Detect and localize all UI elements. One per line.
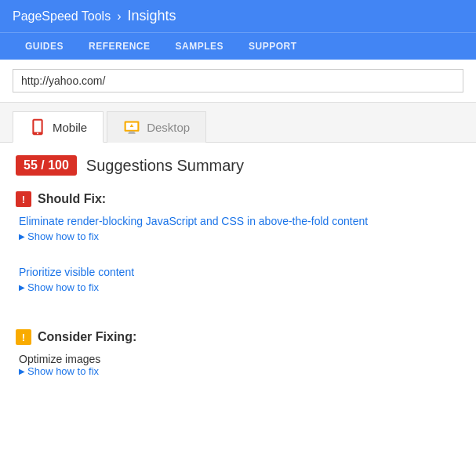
tab-desktop-label: Desktop bbox=[147, 121, 190, 134]
nav-item-reference[interactable]: REFERENCE bbox=[76, 33, 163, 60]
should-fix-title: Should Fix: bbox=[38, 192, 106, 206]
nav-item-guides[interactable]: GUIDES bbox=[13, 33, 76, 60]
show-how-fix-3[interactable]: ▶ Show how to fix bbox=[19, 365, 460, 377]
url-input[interactable] bbox=[13, 69, 463, 93]
app-header: PageSpeed Tools › Insights bbox=[0, 0, 476, 32]
arrow-icon-3: ▶ bbox=[19, 367, 25, 375]
svg-rect-1 bbox=[34, 121, 41, 132]
nav-item-samples[interactable]: SAMPLES bbox=[163, 33, 237, 60]
tab-bar: Mobile ! Desktop bbox=[0, 103, 476, 143]
nav-item-support[interactable]: SUPPORT bbox=[236, 33, 310, 60]
score-section: 55 / 100 Suggestions Summary bbox=[16, 155, 460, 176]
show-how-fix-1[interactable]: ▶ Show how to fix bbox=[19, 230, 460, 242]
score-label: Suggestions Summary bbox=[86, 157, 244, 175]
show-how-label-2: Show how to fix bbox=[27, 281, 99, 293]
page-title: Insights bbox=[127, 8, 176, 24]
consider-fixing-item-1: Optimize images ▶ Show how to fix bbox=[16, 353, 460, 377]
url-bar-container bbox=[0, 60, 476, 103]
show-how-label-3: Show how to fix bbox=[27, 365, 99, 377]
main-content: 55 / 100 Suggestions Summary ! Should Fi… bbox=[0, 143, 476, 401]
should-fix-item-2: Prioritize visible content ▶ Show how to… bbox=[16, 266, 460, 293]
svg-text:!: ! bbox=[132, 124, 133, 127]
score-badge: 55 / 100 bbox=[16, 155, 77, 176]
svg-rect-6 bbox=[129, 132, 136, 133]
consider-fixing-title: Consider Fixing: bbox=[38, 330, 136, 344]
tab-mobile-label: Mobile bbox=[53, 121, 87, 134]
tab-desktop[interactable]: ! Desktop bbox=[107, 111, 206, 143]
optimize-images-text: Optimize images bbox=[19, 353, 100, 365]
arrow-icon-1: ▶ bbox=[19, 232, 25, 241]
arrow-icon-2: ▶ bbox=[19, 283, 25, 292]
consider-fixing-header: ! Consider Fixing: bbox=[16, 329, 460, 345]
divider-1 bbox=[16, 253, 460, 266]
show-how-label-1: Show how to fix bbox=[27, 230, 99, 242]
consider-fixing-icon: ! bbox=[16, 329, 31, 345]
prioritize-visible-link[interactable]: Prioritize visible content bbox=[19, 266, 460, 278]
should-fix-item-1: Eliminate render-blocking JavaScript and… bbox=[16, 215, 460, 242]
eliminate-render-blocking-link[interactable]: Eliminate render-blocking JavaScript and… bbox=[19, 215, 460, 227]
breadcrumb-chevron: › bbox=[117, 9, 121, 24]
divider-2 bbox=[16, 304, 460, 317]
should-fix-icon: ! bbox=[16, 191, 31, 207]
should-fix-header: ! Should Fix: bbox=[16, 191, 460, 207]
divider-3 bbox=[16, 317, 460, 329]
nav-bar: GUIDES REFERENCE SAMPLES SUPPORT bbox=[0, 32, 476, 60]
brand-name[interactable]: PageSpeed Tools bbox=[13, 9, 111, 24]
mobile-icon bbox=[29, 118, 46, 136]
tab-mobile[interactable]: Mobile bbox=[13, 111, 104, 143]
svg-rect-5 bbox=[129, 131, 135, 132]
svg-point-2 bbox=[37, 132, 38, 134]
show-how-fix-2[interactable]: ▶ Show how to fix bbox=[19, 281, 460, 293]
desktop-icon: ! bbox=[123, 119, 140, 136]
